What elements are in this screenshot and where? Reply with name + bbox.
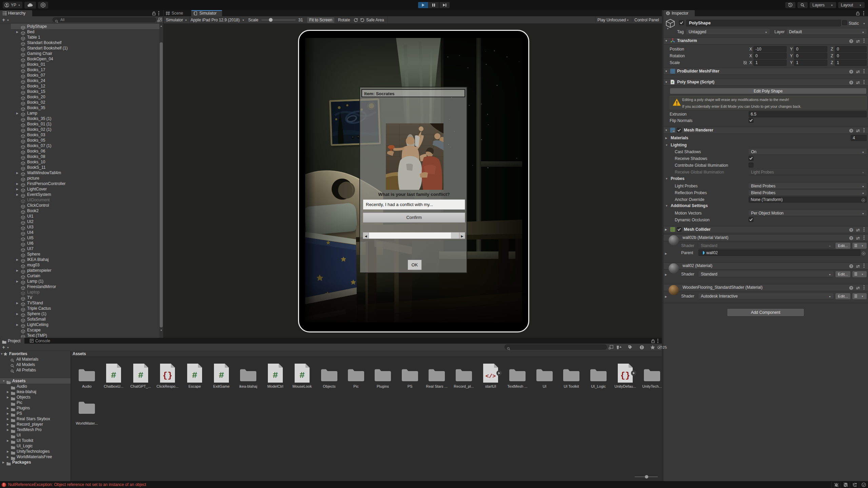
svg-text:#: #	[273, 370, 278, 381]
svg-text:#: #	[299, 370, 305, 381]
svg-text:?: ?	[850, 40, 852, 43]
svg-text:?: ?	[850, 81, 852, 84]
svg-text:#: #	[219, 370, 224, 381]
svg-text:#: #	[192, 370, 197, 381]
svg-text:?: ?	[850, 70, 852, 74]
svg-text:{}: {}	[620, 371, 630, 380]
svg-text:</>: </>	[486, 373, 496, 380]
svg-text:#: #	[111, 370, 116, 381]
svg-text:?: ?	[850, 237, 852, 240]
svg-text:?: ?	[850, 228, 852, 232]
svg-text:{}: {}	[163, 371, 173, 380]
svg-text:#: #	[672, 80, 674, 84]
svg-text:?: ?	[850, 286, 852, 290]
svg-text:?: ?	[850, 129, 852, 133]
svg-text:?: ?	[850, 265, 852, 268]
svg-text:#: #	[138, 370, 143, 381]
